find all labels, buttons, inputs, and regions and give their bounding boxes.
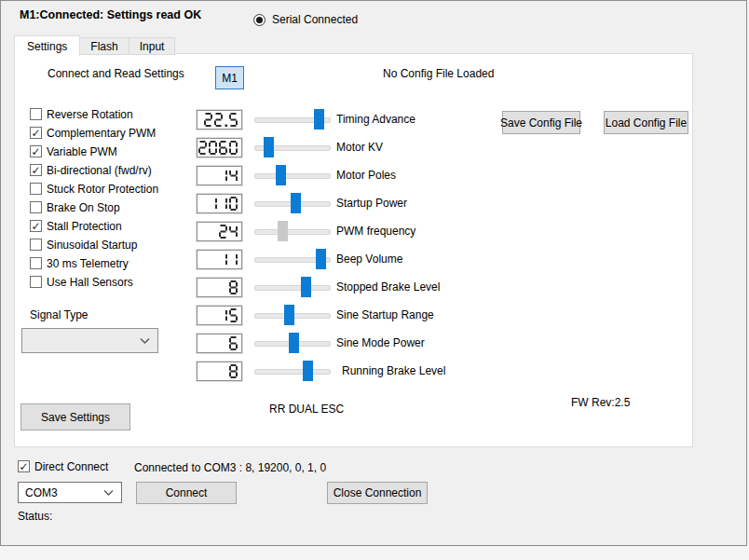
tab-strip: SettingsFlashInput	[14, 35, 175, 55]
checkbox[interactable]	[30, 239, 42, 251]
slider-track[interactable]	[254, 285, 331, 291]
checkbox-row: Brake On Stop	[30, 200, 120, 214]
slider-thumb[interactable]	[301, 277, 311, 297]
checkbox-label: Bi-directional (fwd/rv)	[47, 164, 152, 177]
slider-track[interactable]	[254, 173, 331, 179]
checkbox[interactable]	[30, 220, 42, 232]
save-settings-button[interactable]: Save Settings	[20, 403, 130, 430]
value-display	[197, 222, 242, 241]
signal-type-label: Signal Type	[30, 308, 89, 321]
slider-label: Motor Poles	[336, 169, 396, 182]
slider-label: Motor KV	[336, 141, 383, 154]
m1-button[interactable]: M1	[215, 66, 244, 89]
slider-thumb[interactable]	[278, 221, 288, 241]
value-display	[197, 334, 242, 353]
checkbox[interactable]	[30, 108, 42, 120]
serial-connected-label: Serial Connected	[272, 13, 358, 26]
checkbox-label: Stall Protection	[47, 220, 122, 233]
checkbox-label: 30 ms Telemetry	[47, 257, 129, 270]
slider-track[interactable]	[254, 229, 331, 235]
chevron-down-icon	[103, 489, 114, 496]
slider-thumb[interactable]	[284, 305, 294, 325]
checkbox-label: Stuck Rotor Protection	[47, 183, 158, 196]
checkbox[interactable]	[30, 164, 42, 176]
serial-connected-radio-icon[interactable]	[253, 14, 266, 26]
tab-flash[interactable]: Flash	[80, 37, 129, 55]
slider-thumb[interactable]	[314, 109, 324, 130]
checkbox-row: Stuck Rotor Protection	[30, 182, 158, 196]
slider-label: Stopped Brake Level	[336, 280, 440, 294]
slider-thumb[interactable]	[316, 249, 326, 269]
checkbox[interactable]	[30, 183, 42, 195]
checkbox-row: Complementary PWM	[30, 126, 156, 140]
app-window: M1:Connected: Settings read OK Serial Co…	[0, 0, 747, 546]
value-display	[197, 306, 242, 325]
checkbox[interactable]	[30, 201, 42, 213]
serial-connected-radio-group: Serial Connected	[253, 13, 358, 26]
status-title: M1:Connected: Settings read OK	[20, 8, 201, 21]
slider-label: Beep Volume	[336, 253, 402, 266]
slider-label: Startup Power	[336, 197, 407, 210]
checkbox-label: Brake On Stop	[47, 201, 120, 214]
esc-name-label: RR DUAL ESC	[269, 403, 344, 416]
checkbox-label: Reverse Rotation	[47, 108, 133, 121]
value-display	[197, 138, 242, 157]
save-config-file-button[interactable]: Save Config File	[502, 111, 580, 134]
slider-thumb[interactable]	[289, 333, 299, 353]
load-config-file-button[interactable]: Load Config File	[604, 111, 688, 134]
value-display	[197, 166, 242, 185]
fw-rev-label: FW Rev:2.5	[571, 396, 630, 409]
checkbox-label: Complementary PWM	[47, 127, 156, 140]
value-display	[197, 362, 242, 381]
slider-label: Sine Mode Power	[336, 336, 425, 349]
slider-label: Sine Startup Range	[336, 308, 434, 321]
slider-thumb[interactable]	[276, 165, 286, 185]
slider-thumb[interactable]	[303, 361, 313, 381]
connect-and-read-label: Connect and Read Settings	[48, 67, 184, 80]
close-connection-button[interactable]: Close Connection	[327, 482, 428, 504]
checkbox[interactable]	[30, 257, 42, 269]
checkbox-row: Variable PWM	[30, 144, 117, 158]
slider-label: PWM frequency	[336, 225, 415, 238]
direct-connect-checkbox[interactable]	[18, 460, 30, 472]
config-file-status: No Config File Loaded	[383, 67, 494, 80]
status-label: Status:	[18, 510, 52, 523]
connection-status-line: Connected to COM3 : 8, 19200, 0, 1, 0	[134, 461, 326, 474]
checkbox-label: Use Hall Sensors	[47, 276, 133, 289]
checkbox-label: Variable PWM	[47, 145, 117, 158]
direct-connect-label: Direct Connect	[34, 460, 108, 473]
tab-settings[interactable]: Settings	[14, 35, 80, 56]
signal-type-dropdown[interactable]	[21, 328, 158, 353]
slider-label: Timing Advance	[336, 113, 415, 126]
checkbox[interactable]	[30, 145, 42, 157]
value-display	[197, 278, 242, 297]
checkbox-row: 30 ms Telemetry	[30, 256, 129, 270]
com-port-dropdown[interactable]: COM3	[18, 482, 122, 503]
slider-track[interactable]	[254, 369, 331, 375]
checkbox-row: Reverse Rotation	[30, 107, 133, 121]
checkbox-row: Stall Protection	[30, 219, 122, 233]
checkbox[interactable]	[30, 276, 42, 288]
direct-connect-row: Direct Connect	[18, 459, 108, 473]
checkbox-row: Use Hall Sensors	[30, 275, 133, 289]
slider-thumb[interactable]	[264, 137, 274, 157]
value-display	[197, 110, 242, 130]
connect-button[interactable]: Connect	[136, 482, 237, 504]
com-port-value: COM3	[25, 486, 58, 499]
checkbox-row: Bi-directional (fwd/rv)	[30, 163, 152, 177]
chevron-down-icon	[140, 337, 150, 344]
checkbox-label: Sinusoidal Startup	[47, 239, 137, 252]
slider-thumb[interactable]	[291, 193, 301, 213]
value-display	[197, 250, 242, 269]
tab-input[interactable]: Input	[129, 37, 176, 55]
value-display	[197, 194, 242, 213]
slider-label: Running Brake Level	[342, 364, 445, 377]
checkbox[interactable]	[30, 127, 42, 139]
checkbox-row: Sinusoidal Startup	[30, 238, 137, 252]
